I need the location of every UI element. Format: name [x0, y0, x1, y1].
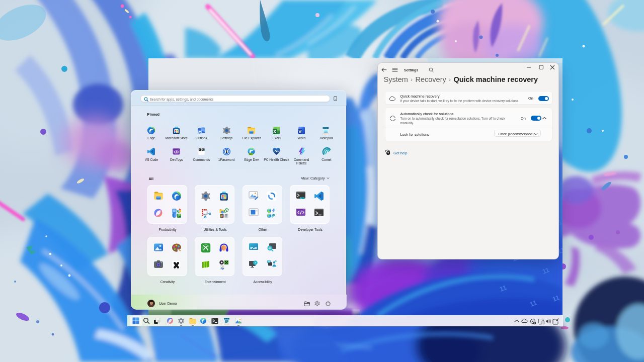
svg-text:?: ? — [387, 151, 389, 155]
svg-text:PRO: PRO — [301, 197, 304, 199]
svg-text:Settings: Settings — [404, 68, 418, 72]
svg-text:DEV: DEV — [250, 153, 254, 155]
